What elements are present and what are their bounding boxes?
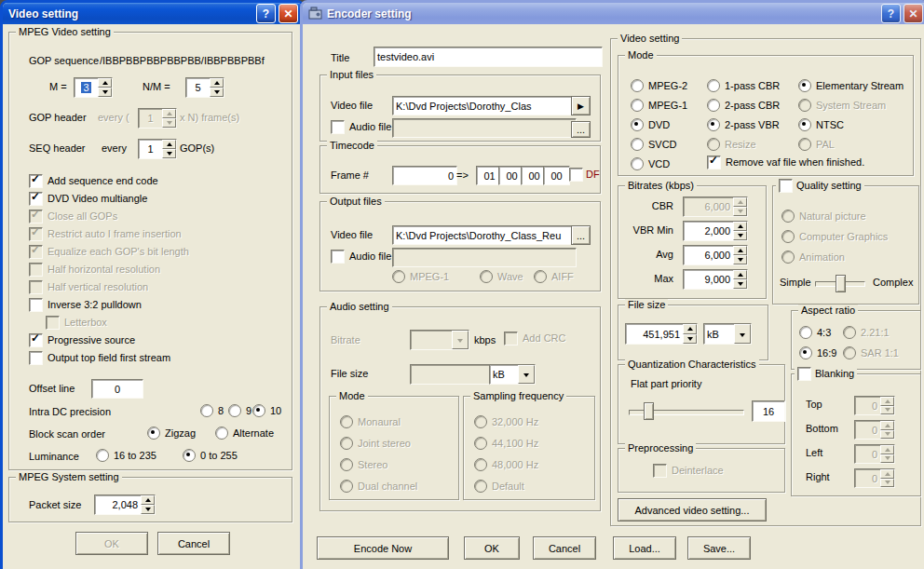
radio-icon[interactable]: [96, 449, 109, 462]
radio-icon[interactable]: [798, 118, 811, 131]
check-drop-frame[interactable]: DF: [569, 168, 600, 181]
check-remove-vaf[interactable]: Remove vaf file when finished.: [707, 156, 864, 169]
file-size-unit-combo[interactable]: kB: [703, 323, 752, 345]
radio-icon[interactable]: [707, 99, 720, 112]
radio-elementary-stream[interactable]: Elementary Stream: [798, 79, 904, 92]
quality-slider-thumb[interactable]: [836, 275, 846, 292]
radio-icon[interactable]: [707, 79, 720, 92]
checkbox-icon[interactable]: [29, 192, 43, 206]
radio-0-to-255[interactable]: 0 to 255: [183, 449, 238, 462]
check-input-audio-file[interactable]: Audio file: [331, 120, 391, 133]
cancel-button[interactable]: Cancel: [157, 532, 230, 555]
checkbox-icon[interactable]: [779, 179, 793, 193]
radio-icon[interactable]: [183, 449, 196, 462]
check-quality-setting[interactable]: Quality setting: [776, 179, 864, 192]
checkbox-icon[interactable]: [331, 120, 345, 134]
frame-number-input[interactable]: 0: [392, 166, 457, 185]
radio-icon[interactable]: [798, 79, 811, 92]
radio-icon[interactable]: [707, 118, 720, 131]
radio-ntsc[interactable]: NTSC: [798, 118, 844, 131]
input-video-file-input[interactable]: K:\Dvd Projects\Dorothy_Clas: [392, 96, 577, 115]
nm-spinner[interactable]: 5: [185, 77, 224, 98]
radio-1pass-cbr[interactable]: 1-pass CBR: [707, 79, 780, 92]
titlebar-encoder-setting[interactable]: Encoder setting ? ✕: [303, 3, 924, 24]
spin-down-icon[interactable]: [210, 88, 224, 97]
checkbox-icon[interactable]: [29, 174, 43, 188]
dropdown-arrow-icon[interactable]: [518, 365, 535, 384]
browse-button[interactable]: ...: [571, 121, 591, 138]
radio-16-to-235[interactable]: 16 to 235: [96, 449, 156, 462]
spin-up-icon[interactable]: [733, 222, 747, 231]
radio-2pass-vbr[interactable]: 2-pass VBR: [707, 118, 780, 131]
avg-spinner[interactable]: 6,000: [683, 245, 748, 265]
check-progressive-source[interactable]: Progressive source: [29, 333, 135, 346]
spin-up-icon[interactable]: [733, 270, 747, 279]
load-button[interactable]: Load...: [613, 536, 676, 560]
quantization-value-input[interactable]: 16: [752, 400, 785, 422]
dropdown-arrow-icon[interactable]: [734, 324, 751, 344]
save-button[interactable]: Save...: [687, 536, 751, 560]
titlebar-video-setting[interactable]: Video setting ? ✕: [3, 3, 302, 24]
m-spinner[interactable]: 3: [74, 77, 113, 98]
checkbox-icon[interactable]: [797, 367, 811, 381]
spin-down-icon[interactable]: [98, 88, 112, 97]
help-button[interactable]: ?: [256, 4, 276, 23]
spin-down-icon[interactable]: [683, 334, 697, 345]
spin-up-icon[interactable]: [98, 78, 112, 88]
radio-alternate[interactable]: Alternate: [215, 427, 274, 440]
radio-icon[interactable]: [252, 404, 265, 417]
radio-icon[interactable]: [631, 79, 644, 92]
spin-up-icon[interactable]: [141, 495, 155, 505]
browse-button[interactable]: ...: [571, 225, 591, 245]
check-add-sequence-end-code[interactable]: Add sequence end code: [29, 174, 158, 187]
radio-vcd[interactable]: VCD: [631, 157, 670, 170]
radio-icon[interactable]: [631, 118, 644, 131]
checkbox-icon[interactable]: [707, 156, 721, 169]
check-output-top-field-first[interactable]: Output top field first stream: [29, 351, 170, 364]
max-spinner[interactable]: 9,000: [683, 269, 748, 290]
radio-icon[interactable]: [147, 427, 160, 440]
radio-dvd[interactable]: DVD: [631, 118, 670, 131]
packet-size-spinner[interactable]: 2,048: [94, 494, 156, 515]
cancel-button[interactable]: Cancel: [533, 536, 596, 560]
radio-intra-dc-10[interactable]: 10: [252, 404, 281, 417]
checkbox-icon[interactable]: [29, 333, 43, 347]
quantization-slider-thumb[interactable]: [644, 402, 654, 420]
encode-now-button[interactable]: Encode Now: [317, 536, 449, 560]
checkbox-icon[interactable]: [331, 250, 345, 264]
help-button[interactable]: ?: [881, 4, 901, 23]
audio-file-size-unit-combo[interactable]: kB: [489, 364, 536, 385]
title-input[interactable]: testvideo.avi: [374, 47, 603, 67]
checkbox-icon[interactable]: [569, 168, 583, 182]
timecode-frames-input[interactable]: 00: [543, 166, 570, 185]
radio-icon[interactable]: [631, 138, 644, 151]
checkbox-icon[interactable]: [29, 351, 43, 365]
radio-icon[interactable]: [631, 157, 644, 170]
output-video-file-input[interactable]: K:\Dvd Projects\Dorothy_Class_Reu: [392, 225, 577, 245]
spin-down-icon[interactable]: [733, 255, 747, 264]
radio-icon[interactable]: [799, 346, 812, 359]
check-blanking[interactable]: Blanking: [795, 367, 857, 380]
check-output-audio-file[interactable]: Audio file: [331, 250, 391, 263]
radio-mpeg2[interactable]: MPEG-2: [631, 79, 687, 92]
radio-svcd[interactable]: SVCD: [631, 138, 677, 151]
spin-up-icon[interactable]: [210, 78, 224, 88]
radio-icon[interactable]: [799, 326, 812, 339]
radio-mpeg1[interactable]: MPEG-1: [631, 99, 687, 112]
spin-up-icon[interactable]: [162, 140, 176, 149]
radio-icon[interactable]: [228, 404, 241, 417]
spin-down-icon[interactable]: [733, 279, 747, 289]
play-button[interactable]: ▶: [571, 96, 591, 115]
check-inverse-32-pulldown[interactable]: Inverse 3:2 pulldown: [29, 298, 142, 311]
radio-16-9[interactable]: 16:9: [799, 346, 836, 359]
radio-icon[interactable]: [200, 404, 213, 417]
close-button[interactable]: ✕: [904, 4, 923, 23]
radio-icon[interactable]: [631, 99, 644, 112]
check-dvd-video-multiangle[interactable]: DVD Video multiangle: [29, 192, 147, 205]
seq-header-spinner[interactable]: 1: [138, 139, 177, 159]
close-button[interactable]: ✕: [279, 4, 298, 23]
advanced-video-setting-button[interactable]: Advanced video setting...: [618, 498, 767, 522]
spin-up-icon[interactable]: [733, 246, 747, 255]
spin-down-icon[interactable]: [733, 231, 747, 240]
spin-down-icon[interactable]: [141, 505, 155, 514]
